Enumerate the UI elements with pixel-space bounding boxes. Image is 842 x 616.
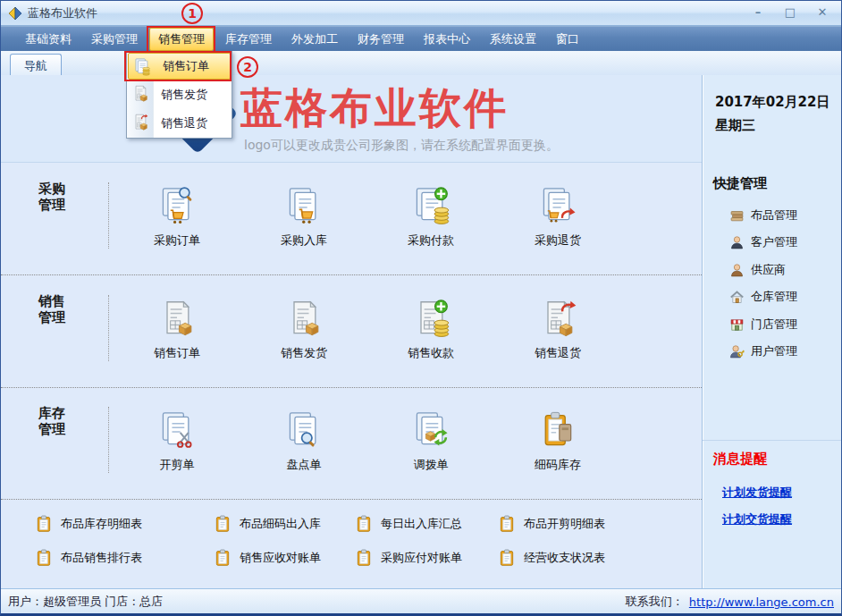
report-profit-status[interactable]: 经营收支状况表 [498, 546, 605, 570]
menu-inventory[interactable]: 库存管理 [217, 28, 280, 51]
link-handover-plan-reminder[interactable]: 计划交货提醒 [722, 511, 792, 527]
launcher-label: 销售收款 [408, 345, 454, 361]
sales-row: 销售管理 销售订单 销售发货 销售收款 销售退货 [1, 275, 702, 388]
sales-receipt-icon [410, 300, 451, 339]
report-cutting-detail[interactable]: 布品开剪明细表 [498, 512, 605, 536]
sidebar-item-label: 布品管理 [751, 207, 797, 224]
report-sales-ranking[interactable]: 布品销售排行表 [35, 546, 142, 570]
launcher-sales-delivery[interactable]: 销售发货 [240, 275, 367, 387]
warehouse-icon [729, 290, 745, 305]
sales-order-icon [133, 58, 151, 76]
launcher-purchase-payment[interactable]: 采购付款 [367, 163, 494, 274]
report-clipboard-icon [35, 515, 53, 533]
sidebar-item-label: 供应商 [751, 262, 786, 278]
sidebar-item-store[interactable]: 门店管理 [729, 314, 797, 335]
report-clipboard-icon [355, 549, 373, 567]
launcher-label: 采购退货 [535, 232, 581, 249]
close-button[interactable]: ✕ [813, 4, 832, 21]
report-label: 布品开剪明细表 [524, 516, 605, 532]
launcher-label: 盘点单 [287, 457, 322, 473]
launcher-sales-return[interactable]: 销售退货 [494, 275, 621, 387]
sidebar-item-customer[interactable]: 客户管理 [729, 232, 797, 253]
dropdown-item-sales-delivery[interactable]: 销售发货 [127, 80, 232, 109]
website-link[interactable]: http://www.lange.com.cn [689, 595, 834, 609]
launcher-label: 采购入库 [281, 232, 327, 249]
dropdown-item-label: 销售发货 [161, 87, 207, 103]
app-logo-icon [8, 6, 22, 21]
sidebar-item-label: 门店管理 [751, 316, 797, 333]
report-payable[interactable]: 采购应付对账单 [355, 546, 462, 570]
contact-label: 联系我们： [626, 594, 684, 610]
quick-manage-title: 快捷管理 [713, 175, 767, 192]
launcher-stocktake-order[interactable]: 盘点单 [240, 387, 367, 499]
launcher-transfer-order[interactable]: 调拨单 [367, 387, 494, 499]
header-banner: 蓝格布业软件 logo可以更改成贵公司形象图，请在系统配置界面更换。 [1, 75, 702, 163]
menu-bar: 基础资料 采购管理 销售管理 库存管理 外发加工 财务管理 报表中心 系统设置 … [1, 26, 841, 51]
purchase-return-icon [537, 187, 578, 226]
report-label: 布品细码出入库 [240, 516, 321, 532]
customer-icon [729, 235, 745, 250]
maximize-button[interactable]: □ [780, 4, 800, 21]
report-label: 销售应收对账单 [240, 550, 321, 566]
sidebar-item-supplier[interactable]: 供应商 [729, 259, 786, 281]
sidebar-item-label: 用户管理 [751, 343, 797, 359]
menu-sales[interactable]: 销售管理 [149, 28, 214, 51]
report-daily-summary[interactable]: 每日出入库汇总 [355, 512, 462, 536]
launcher-label: 销售订单 [154, 345, 200, 361]
sidebar-item-user[interactable]: 用户管理 [729, 341, 797, 362]
logo-hint-text: logo可以更改成贵公司形象图，请在系统配置界面更换。 [244, 138, 559, 154]
launcher-label: 销售发货 [281, 345, 327, 361]
report-label: 采购应付对账单 [381, 550, 462, 566]
report-label: 经营收支状况表 [524, 550, 605, 566]
purchase-row-label: 采购管理 [38, 181, 65, 213]
date-text: 2017年02月22日 [715, 94, 830, 111]
title-bar: 蓝格布业软件 – □ ✕ [1, 1, 841, 26]
detail-stock-icon [537, 411, 578, 451]
launcher-purchase-return[interactable]: 采购退货 [494, 163, 621, 274]
transfer-icon [410, 411, 451, 451]
report-receivable[interactable]: 销售应收对账单 [214, 546, 321, 570]
sidebar-item-fabric[interactable]: 布品管理 [729, 205, 797, 226]
brand-title: 蓝格布业软件 [240, 80, 509, 137]
report-label: 布品库存明细表 [61, 516, 142, 532]
fabric-icon [729, 208, 745, 224]
report-stock-detail[interactable]: 布品库存明细表 [35, 512, 142, 536]
report-clipboard-icon [355, 515, 373, 533]
cutting-order-icon [156, 411, 198, 451]
app-window: 蓝格布业软件 – □ ✕ 基础资料 采购管理 销售管理 库存管理 外发加工 财务… [0, 0, 842, 616]
dropdown-item-sales-order[interactable]: 销售订单 [128, 53, 231, 80]
launcher-sales-order[interactable]: 销售订单 [114, 275, 240, 387]
menu-reports[interactable]: 报表中心 [416, 28, 478, 51]
report-code-inout[interactable]: 布品细码出入库 [214, 512, 321, 536]
sidebar-divider [703, 440, 842, 441]
launcher-detail-stock[interactable]: 细码库存 [494, 387, 621, 499]
message-reminder-title: 消息提醒 [713, 451, 767, 468]
report-clipboard-icon [498, 515, 516, 533]
dropdown-item-label: 销售订单 [163, 58, 209, 74]
sales-return-icon [537, 300, 578, 339]
launcher-cutting-order[interactable]: 开剪单 [114, 387, 240, 499]
minimize-button[interactable]: – [748, 4, 768, 21]
launcher-label: 采购付款 [408, 232, 454, 249]
supplier-icon [729, 263, 745, 278]
menu-finance[interactable]: 财务管理 [349, 28, 412, 51]
menu-settings[interactable]: 系统设置 [482, 28, 544, 51]
menu-purchase[interactable]: 采购管理 [83, 28, 146, 51]
menu-basic-data[interactable]: 基础资料 [17, 28, 80, 51]
launcher-label: 调拨单 [414, 457, 449, 473]
launcher-purchase-in[interactable]: 采购入库 [240, 163, 367, 274]
report-label: 每日出入库汇总 [381, 516, 462, 532]
dropdown-item-sales-return[interactable]: 销售退货 [127, 109, 232, 138]
launcher-sales-receipt[interactable]: 销售收款 [367, 275, 494, 387]
menu-window[interactable]: 窗口 [548, 28, 587, 51]
inventory-row-label: 库存管理 [38, 405, 65, 437]
link-delivery-plan-reminder[interactable]: 计划发货提醒 [722, 485, 792, 501]
launcher-purchase-order[interactable]: 采购订单 [114, 163, 240, 274]
menu-outsourcing[interactable]: 外发加工 [283, 28, 346, 51]
status-bar: 用户：超级管理员 门店：总店 联系我们： http://www.lange.co… [1, 588, 841, 614]
report-clipboard-icon [214, 549, 232, 567]
sidebar-item-warehouse[interactable]: 仓库管理 [729, 286, 797, 308]
purchase-payment-icon [410, 187, 451, 226]
purchase-row: 采购管理 采购订单 采购入库 采购付款 采购退货 [1, 163, 702, 275]
launcher-label: 销售退货 [535, 345, 581, 361]
